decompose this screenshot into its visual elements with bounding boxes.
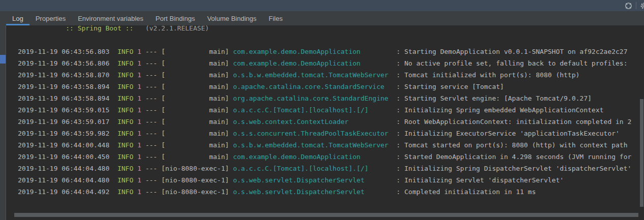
log-line: 2019-11-19 06:43:59.982 INFO 1 --- [ mai…	[18, 130, 620, 137]
vertical-scrollbar-thumb[interactable]	[640, 99, 643, 207]
log-line: 2019-11-19 06:43:56.806 INFO 1 --- [ mai…	[18, 59, 628, 67]
log-line: 2019-11-19 06:44:04.492 INFO 1 --- [nio-…	[18, 188, 536, 196]
tab-bar: LogPropertiesEnvironment variablesPort B…	[0, 11, 644, 25]
tab-volume-bindings[interactable]: Volume Bindings	[201, 11, 263, 25]
left-stripe-indicator	[0, 55, 6, 64]
crosshair-icon[interactable]	[624, 2, 633, 10]
header-divider	[636, 2, 636, 9]
spring-boot-banner-line: :: Spring Boot :: (v2.2.1.RELEASE)	[18, 25, 209, 32]
log-line: 2019-11-19 06:43:56.803 INFO 1 --- [ mai…	[18, 48, 628, 55]
header-icons	[624, 0, 644, 11]
log-line: 2019-11-19 06:44:04.480 INFO 1 --- [nio-…	[18, 165, 631, 172]
settings-gear-icon[interactable]	[639, 2, 644, 10]
tab-log[interactable]: Log	[6, 11, 30, 25]
horizontal-scrollbar-thumb[interactable]	[14, 213, 638, 217]
tab-files[interactable]: Files	[263, 11, 289, 25]
panel-header	[0, 0, 644, 11]
log-line: 2019-11-19 06:43:58.870 INFO 1 --- [ mai…	[18, 71, 580, 79]
log-line: 2019-11-19 06:44:00.448 INFO 1 --- [ mai…	[18, 141, 628, 149]
log-line: 2019-11-19 06:43:59.017 INFO 1 --- [ mai…	[18, 118, 631, 125]
log-line: 2019-11-19 06:44:00.450 INFO 1 --- [ mai…	[18, 153, 631, 161]
log-line: 2019-11-19 06:43:59.015 INFO 1 --- [ mai…	[18, 106, 604, 114]
log-line: 2019-11-19 06:44:04.480 INFO 1 --- [nio-…	[18, 176, 564, 184]
tab-port-bindings[interactable]: Port Bindings	[150, 11, 201, 25]
console-output: :: Spring Boot :: (v2.2.1.RELEASE) 2019-…	[18, 25, 631, 198]
left-tool-stripe	[0, 25, 6, 220]
docker-log-panel: LogPropertiesEnvironment variablesPort B…	[0, 0, 644, 220]
tab-environment-variables[interactable]: Environment variables	[72, 11, 150, 25]
tab-properties[interactable]: Properties	[30, 11, 72, 25]
log-console: :: Spring Boot :: (v2.2.1.RELEASE) 2019-…	[6, 25, 644, 220]
log-line: 2019-11-19 06:43:58.894 INFO 1 --- [ mai…	[18, 83, 504, 90]
log-line: 2019-11-19 06:43:58.894 INFO 1 --- [ mai…	[18, 95, 592, 102]
